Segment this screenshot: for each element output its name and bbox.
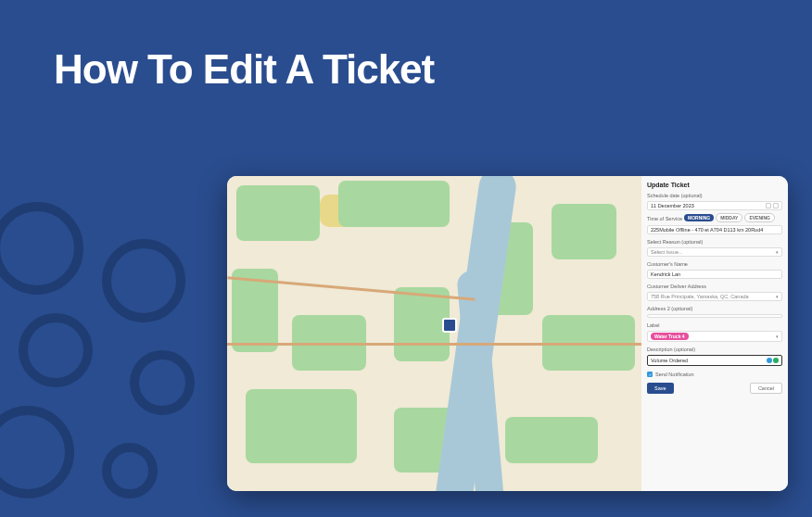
delivery-address-label: Customer Deliver Address [647, 284, 782, 289]
decorative-circles [0, 183, 241, 517]
update-ticket-panel: Update Ticket Schedule date (optional) 1… [641, 176, 788, 491]
chevron-down-icon: ▾ [776, 334, 779, 339]
time-slot-label: Time of Service [647, 216, 682, 221]
mobile-value: 225Mobile Offline - 470 et A704 D113 km … [651, 227, 763, 233]
calendar-icon[interactable] [766, 203, 771, 208]
notification-label: Send Notification [655, 372, 694, 377]
label-tag: Water Truck 4 [651, 333, 689, 340]
schedule-date-label: Schedule date (optional) [647, 193, 782, 198]
address2-label: Address 2 (optional) [647, 306, 782, 311]
cancel-button[interactable]: Cancel [750, 383, 782, 394]
map-area[interactable] [227, 176, 641, 491]
schedule-date-input[interactable]: 11 December 2023 [647, 201, 782, 210]
slot-evening[interactable]: EVENING [744, 213, 775, 222]
slot-midday[interactable]: MIDDAY [716, 213, 742, 222]
chevron-down-icon: ▾ [776, 294, 779, 299]
attachment-icon[interactable] [773, 358, 779, 363]
page-title: How To Edit A Ticket [54, 46, 434, 93]
description-label: Description (optional) [647, 347, 782, 352]
description-input[interactable]: Volume Ordered [647, 355, 782, 366]
reason-select[interactable]: Select Issue... ▾ [647, 247, 782, 257]
map-marker-icon[interactable] [442, 318, 457, 333]
delivery-address-value: 758 Rue Principale, Yamaska, QC, Canada [651, 294, 749, 299]
app-window: Update Ticket Schedule date (optional) 1… [227, 176, 788, 491]
chevron-down-icon: ▾ [776, 249, 779, 255]
panel-title: Update Ticket [647, 182, 782, 188]
label-label: Label [647, 322, 782, 328]
label-select[interactable]: Water Truck 4 ▾ [647, 331, 782, 342]
notification-checkbox[interactable]: ✓ [647, 372, 653, 377]
description-value: Volume Ordered [651, 358, 688, 363]
save-button[interactable]: Save [647, 383, 674, 394]
delivery-address-select[interactable]: 758 Rue Principale, Yamaska, QC, Canada … [647, 292, 782, 301]
address2-input[interactable] [647, 314, 782, 318]
slot-morning[interactable]: MORNING [684, 214, 714, 221]
clear-icon[interactable] [773, 203, 779, 208]
mobile-input[interactable]: 225Mobile Offline - 470 et A704 D113 km … [647, 225, 782, 234]
emoji-icon[interactable] [767, 358, 772, 363]
customer-name-label: Customer's Name [647, 261, 782, 267]
schedule-date-value: 11 December 2023 [651, 203, 694, 208]
reason-label: Select Reason (optional) [647, 239, 782, 245]
customer-name-value: Kendrick Lan [651, 271, 680, 277]
reason-placeholder: Select Issue... [651, 249, 683, 255]
customer-name-input[interactable]: Kendrick Lan [647, 270, 782, 279]
